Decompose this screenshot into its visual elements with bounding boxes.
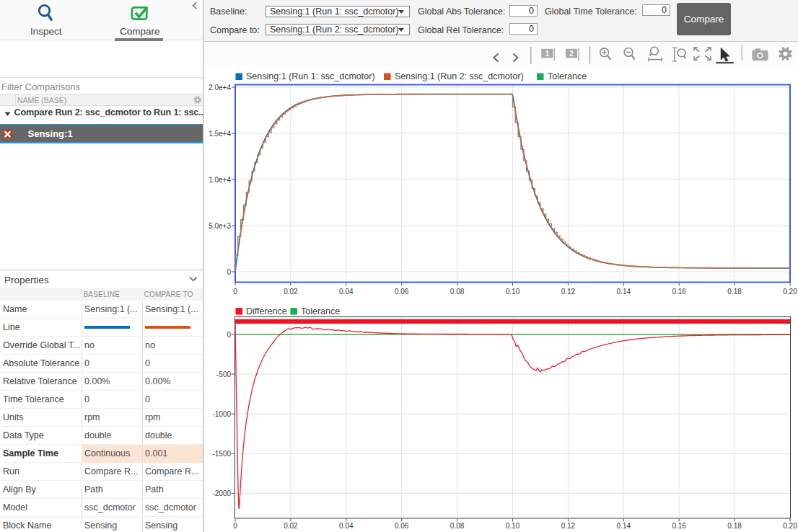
svg-text:-500: -500 [216, 371, 231, 378]
svg-text:0.06: 0.06 [395, 522, 409, 530]
svg-text:0.12: 0.12 [561, 288, 576, 296]
svg-text:1.0e+4: 1.0e+4 [209, 176, 231, 184]
svg-text:0.18: 0.18 [727, 288, 742, 296]
svg-text:0.02: 0.02 [284, 522, 298, 530]
svg-text:0.20: 0.20 [783, 522, 797, 530]
svg-text:Tolerance: Tolerance [548, 71, 587, 81]
svg-text:-1000: -1000 [212, 410, 231, 418]
svg-text:1.5e+4: 1.5e+4 [209, 130, 231, 138]
svg-text:0.02: 0.02 [284, 288, 298, 296]
svg-text:-1500: -1500 [212, 450, 231, 458]
svg-text:Sensing:1 (Run 2: ssc_dcmotor): Sensing:1 (Run 2: ssc_dcmotor) [395, 71, 524, 81]
svg-text:0: 0 [233, 288, 237, 296]
svg-text:0.06: 0.06 [395, 288, 409, 296]
svg-text:0.10: 0.10 [506, 522, 520, 530]
svg-text:0.18: 0.18 [727, 522, 742, 530]
svg-text:0: 0 [227, 331, 231, 339]
svg-text:0.16: 0.16 [672, 522, 686, 530]
svg-text:0.04: 0.04 [339, 288, 354, 296]
svg-text:0.08: 0.08 [450, 522, 465, 530]
svg-text:Tolerance: Tolerance [301, 306, 340, 316]
svg-text:0.14: 0.14 [617, 288, 631, 296]
svg-text:2.0e+4: 2.0e+4 [209, 84, 231, 92]
svg-text:5.0e+3: 5.0e+3 [209, 222, 231, 230]
svg-text:0.20: 0.20 [783, 288, 797, 296]
svg-text:0: 0 [227, 268, 231, 276]
svg-text:0.08: 0.08 [450, 288, 465, 296]
svg-text:0.14: 0.14 [617, 522, 631, 530]
svg-text:0: 0 [233, 522, 237, 530]
svg-text:0.12: 0.12 [561, 522, 576, 530]
svg-text:-2000: -2000 [212, 489, 231, 497]
svg-text:0.04: 0.04 [339, 522, 354, 530]
svg-text:Sensing:1 (Run 1: ssc_dcmotor): Sensing:1 (Run 1: ssc_dcmotor) [246, 71, 375, 81]
svg-text:Difference: Difference [246, 306, 287, 316]
svg-text:0.10: 0.10 [506, 288, 520, 296]
svg-text:0.16: 0.16 [672, 288, 686, 296]
